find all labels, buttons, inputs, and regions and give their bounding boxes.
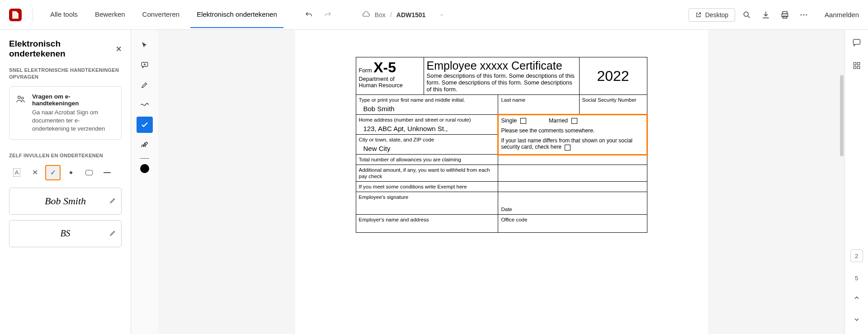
total-pages: 5 bbox=[855, 275, 858, 282]
svg-point-4 bbox=[801, 14, 802, 15]
svg-point-6 bbox=[806, 14, 807, 15]
tool-checkmark-active[interactable] bbox=[137, 117, 153, 133]
divider bbox=[33, 8, 33, 22]
highlighted-region[interactable]: Single Married Please see the comments s… bbox=[498, 115, 647, 155]
fill-tool-rect[interactable] bbox=[81, 165, 97, 180]
edit-signature-button[interactable] bbox=[109, 197, 117, 206]
fill-tool-dot[interactable] bbox=[63, 165, 79, 180]
tab-convert[interactable]: Converteren bbox=[136, 1, 186, 28]
svg-rect-10 bbox=[853, 39, 860, 44]
topbar: Alle tools Bewerken Converteren Elektron… bbox=[0, 0, 868, 30]
fill-tool-cross[interactable]: ✕ bbox=[27, 165, 42, 180]
right-rail: 2 5 bbox=[844, 30, 868, 334]
section-request-label: SNEL ELEKTRONISCHE HANDTEKENINGEN OPVRAG… bbox=[9, 67, 122, 81]
color-picker[interactable] bbox=[140, 164, 149, 173]
more-menu-button[interactable] bbox=[797, 8, 811, 22]
tool-divider bbox=[140, 158, 149, 159]
svg-rect-14 bbox=[857, 66, 859, 69]
signature-box[interactable]: Bob Smith bbox=[9, 188, 122, 215]
cloud-icon bbox=[362, 11, 370, 19]
tool-highlight[interactable] bbox=[137, 77, 153, 93]
form-table: Form X-5 Department of Human Resource Em… bbox=[356, 57, 647, 233]
svg-point-5 bbox=[803, 14, 805, 15]
print-button[interactable] bbox=[778, 8, 792, 22]
svg-rect-12 bbox=[857, 62, 859, 65]
tab-esign[interactable]: Elektronisch ondertekenen bbox=[190, 1, 283, 28]
single-checkbox[interactable] bbox=[520, 118, 526, 124]
svg-point-7 bbox=[18, 96, 21, 99]
chevron-down-icon[interactable] bbox=[439, 12, 444, 18]
fill-tool-text[interactable]: A bbox=[9, 165, 24, 180]
request-signatures-card[interactable]: Vragen om e-handtekeningen Ga naar Acrob… bbox=[9, 86, 122, 140]
page-down-button[interactable] bbox=[853, 316, 860, 325]
page-up-button[interactable] bbox=[853, 294, 860, 303]
tool-comment[interactable] bbox=[137, 57, 153, 73]
left-panel: Elektronisch ondertekenen ✕ SNEL ELEKTRO… bbox=[0, 30, 131, 334]
current-page-indicator[interactable]: 2 bbox=[850, 249, 863, 262]
breadcrumb: Box / ADW1501 bbox=[362, 11, 445, 19]
signin-link[interactable]: Aanmelden bbox=[825, 11, 859, 19]
redo-button[interactable] bbox=[321, 8, 335, 22]
document-page: Form X-5 Department of Human Resource Em… bbox=[295, 30, 708, 334]
initials-box[interactable]: BS bbox=[9, 220, 122, 247]
svg-point-0 bbox=[744, 12, 748, 16]
close-panel-button[interactable]: ✕ bbox=[116, 45, 122, 53]
first-name-field[interactable]: Bob Smith bbox=[359, 103, 495, 113]
lastname-differs-checkbox[interactable] bbox=[565, 145, 571, 151]
tool-draw[interactable] bbox=[137, 97, 153, 113]
svg-rect-13 bbox=[854, 66, 856, 69]
city-field[interactable]: New City bbox=[359, 143, 495, 152]
fill-tools-row: A ✕ ✓ bbox=[9, 165, 122, 180]
undo-button[interactable] bbox=[302, 8, 316, 22]
fill-tool-line[interactable] bbox=[99, 165, 115, 180]
tool-sign[interactable] bbox=[137, 136, 153, 153]
grid-icon[interactable] bbox=[853, 61, 861, 71]
svg-point-8 bbox=[21, 97, 24, 99]
svg-rect-11 bbox=[854, 62, 856, 65]
section-fill-label: ZELF INVULLEN EN ONDERTEKENEN bbox=[9, 152, 122, 159]
scrollbar[interactable] bbox=[840, 75, 844, 156]
people-icon bbox=[16, 93, 27, 133]
married-checkbox[interactable] bbox=[571, 118, 577, 124]
address-field[interactable]: 123, ABC Apt, Unknown St., bbox=[359, 123, 495, 132]
app-logo[interactable] bbox=[9, 9, 22, 21]
external-link-icon bbox=[695, 12, 702, 18]
breadcrumb-source[interactable]: Box bbox=[375, 11, 386, 19]
fill-tool-check[interactable]: ✓ bbox=[45, 165, 61, 180]
panel-title: Elektronisch ondertekenen ✕ bbox=[9, 39, 122, 59]
edit-initials-button[interactable] bbox=[109, 229, 117, 238]
search-button[interactable] bbox=[740, 8, 754, 22]
tool-strip bbox=[131, 30, 158, 334]
tab-all-tools[interactable]: Alle tools bbox=[44, 1, 84, 28]
download-button[interactable] bbox=[759, 8, 773, 22]
breadcrumb-docname[interactable]: ADW1501 bbox=[396, 11, 426, 19]
tool-select[interactable] bbox=[137, 37, 153, 53]
chat-icon[interactable] bbox=[852, 38, 861, 49]
open-desktop-button[interactable]: Desktop bbox=[689, 8, 735, 22]
tab-edit[interactable]: Bewerken bbox=[89, 1, 132, 28]
document-area[interactable]: Form X-5 Department of Human Resource Em… bbox=[158, 30, 844, 334]
